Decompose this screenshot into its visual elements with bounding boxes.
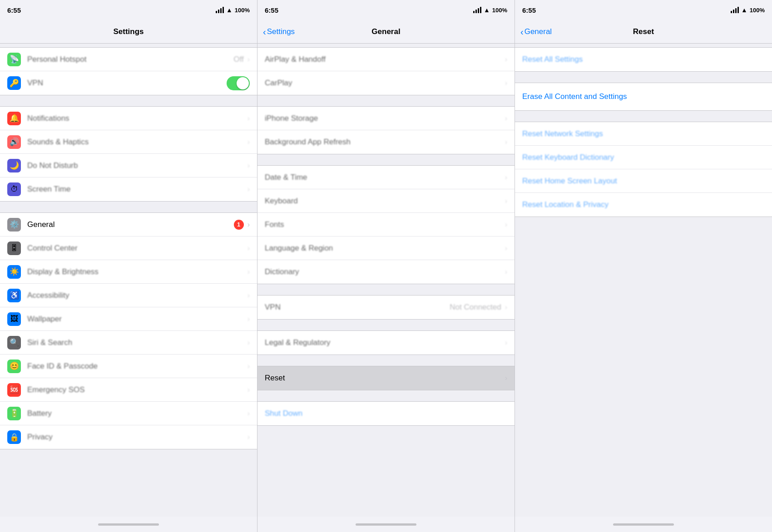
back-label-mid: Settings <box>267 27 295 36</box>
list-item-language[interactable]: Language & Region › <box>257 236 515 260</box>
list-item-shutdown[interactable]: Shut Down <box>257 402 515 425</box>
list-item-faceid[interactable]: 😊 Face ID & Passcode › <box>0 355 257 378</box>
list-item-sounds[interactable]: 🔊 Sounds & Haptics › <box>0 130 257 154</box>
list-item-controlcenter[interactable]: 🎛 Control Center › <box>0 236 257 260</box>
list-item-bgrefresh[interactable]: Background App Refresh › <box>257 130 515 154</box>
home-bar-left <box>98 523 159 526</box>
datetime-label: Date & Time <box>265 173 505 182</box>
siri-icon: 🔍 <box>7 336 21 350</box>
list-item-reset-all[interactable]: Reset All Settings <box>515 48 772 71</box>
list-item-vpn[interactable]: 🔑 VPN <box>0 71 257 95</box>
time-right: 6:55 <box>522 6 536 14</box>
signal-icon-mid <box>473 7 481 13</box>
home-indicator-left <box>0 517 257 532</box>
display-label: Display & Brightness <box>27 267 247 276</box>
screentime-chevron: › <box>247 185 250 193</box>
general-icon: ⚙️ <box>7 218 21 232</box>
list-item-dnd[interactable]: 🌙 Do Not Disturb › <box>0 154 257 177</box>
fonts-chevron: › <box>505 221 507 229</box>
home-bar-mid <box>356 523 416 526</box>
status-bar-mid: 6:55 ▲ 100% <box>257 0 515 20</box>
bgrefresh-chevron: › <box>505 138 507 146</box>
language-chevron: › <box>505 244 507 252</box>
wifi-icon: ▲ <box>226 6 233 14</box>
dictionary-chevron: › <box>505 268 507 276</box>
reset-chevron: › <box>505 374 507 382</box>
general-badge: 1 <box>234 220 244 230</box>
general-chevron: › <box>247 221 250 229</box>
section-shutdown: Shut Down <box>257 401 515 426</box>
faceid-icon: 😊 <box>7 360 21 373</box>
fonts-label: Fonts <box>265 220 505 229</box>
legal-section: Legal & Regulatory › <box>257 330 515 355</box>
location-label: Reset Location & Privacy <box>522 200 765 209</box>
list-item-display[interactable]: ☀️ Display & Brightness › <box>0 260 257 284</box>
list-item-legal[interactable]: Legal & Regulatory › <box>257 331 515 355</box>
settings-list[interactable]: 📡 Personal Hotspot Off › 🔑 VPN 🔔 <box>0 44 257 517</box>
connectivity-section: 📡 Personal Hotspot Off › 🔑 VPN <box>0 47 257 95</box>
back-to-general[interactable]: ‹ General <box>520 27 552 36</box>
notif-chevron: › <box>247 114 250 123</box>
list-item-erase[interactable]: Erase All Content and Settings <box>515 83 772 110</box>
status-bar-left: 6:55 ▲ 100% <box>0 0 257 20</box>
list-item-vpn-general[interactable]: VPN Not Connected › <box>257 296 515 319</box>
erase-label: Erase All Content and Settings <box>522 92 765 101</box>
list-item-wallpaper[interactable]: 🖼 Wallpaper › <box>0 307 257 331</box>
reset-all-section: Reset All Settings <box>515 47 772 72</box>
dictionary-label: Dictionary <box>265 267 505 276</box>
list-item-accessibility[interactable]: ♿ Accessibility › <box>0 284 257 307</box>
list-item-general[interactable]: ⚙️ General 1 › <box>0 213 257 236</box>
list-item-reset[interactable]: Reset › <box>257 366 515 390</box>
storage-section: iPhone Storage › Background App Refresh … <box>257 106 515 154</box>
list-item-datetime[interactable]: Date & Time › <box>257 166 515 189</box>
section-notifications: 🔔 Notifications › 🔊 Sounds & Haptics › 🌙… <box>0 106 257 202</box>
list-item-keyboard-dict[interactable]: Reset Keyboard Dictionary <box>515 146 772 169</box>
list-item-hotspot[interactable]: 📡 Personal Hotspot Off › <box>0 48 257 71</box>
notifications-icon: 🔔 <box>7 112 21 125</box>
status-icons-right: ▲ 100% <box>731 6 765 14</box>
shutdown-label: Shut Down <box>265 409 507 418</box>
dnd-icon: 🌙 <box>7 159 21 172</box>
battery-label: Battery <box>27 409 247 418</box>
carplay-label: CarPlay <box>265 79 505 88</box>
status-bar-right: 6:55 ▲ 100% <box>515 0 772 20</box>
carplay-chevron: › <box>505 79 507 87</box>
list-item-homescreen[interactable]: Reset Home Screen Layout <box>515 169 772 193</box>
home-indicator-mid <box>257 517 515 532</box>
display-chevron: › <box>247 268 250 276</box>
hotspot-icon: 📡 <box>7 53 21 66</box>
list-item-airplay[interactable]: AirPlay & Handoff › <box>257 48 515 71</box>
list-item-carplay[interactable]: CarPlay › <box>257 71 515 95</box>
home-indicator-right <box>515 517 772 532</box>
notifications-label: Notifications <box>27 114 247 123</box>
section-storage: iPhone Storage › Background App Refresh … <box>257 106 515 154</box>
hotspot-chevron: › <box>247 55 250 64</box>
cc-chevron: › <box>247 244 250 252</box>
list-item-siri[interactable]: 🔍 Siri & Search › <box>0 331 257 355</box>
sos-chevron: › <box>247 386 250 394</box>
wifi-icon-right: ▲ <box>741 6 747 14</box>
list-item-keyboard[interactable]: Keyboard › <box>257 189 515 213</box>
list-item-dictionary[interactable]: Dictionary › <box>257 260 515 284</box>
list-item-storage[interactable]: iPhone Storage › <box>257 107 515 130</box>
list-item-network[interactable]: Reset Network Settings <box>515 122 772 146</box>
legal-chevron: › <box>505 339 507 347</box>
reset-list[interactable]: Reset All Settings Erase All Content and… <box>515 44 772 517</box>
list-item-location[interactable]: Reset Location & Privacy <box>515 193 772 217</box>
list-item-battery[interactable]: 🔋 Battery › <box>0 402 257 425</box>
back-to-settings[interactable]: ‹ Settings <box>263 27 295 36</box>
controlcenter-icon: 🎛 <box>7 241 21 255</box>
list-item-privacy[interactable]: 🔒 Privacy › <box>0 425 257 449</box>
battery-icon: 🔋 <box>7 407 21 420</box>
privacy-label: Privacy <box>27 433 247 442</box>
vpn-toggle[interactable] <box>227 76 250 90</box>
list-item-screentime[interactable]: ⏱ Screen Time › <box>0 177 257 201</box>
list-item-sos[interactable]: 🆘 Emergency SOS › <box>0 378 257 402</box>
list-item-fonts[interactable]: Fonts › <box>257 213 515 236</box>
shutdown-section: Shut Down <box>257 401 515 426</box>
panel-settings: 6:55 ▲ 100% Settings 📡 Personal Hotspot … <box>0 0 257 532</box>
general-list[interactable]: AirPlay & Handoff › CarPlay › iPhone Sto… <box>257 44 515 517</box>
sos-icon: 🆘 <box>7 383 21 397</box>
list-item-notifications[interactable]: 🔔 Notifications › <box>0 107 257 130</box>
reset-all-label: Reset All Settings <box>522 55 765 64</box>
